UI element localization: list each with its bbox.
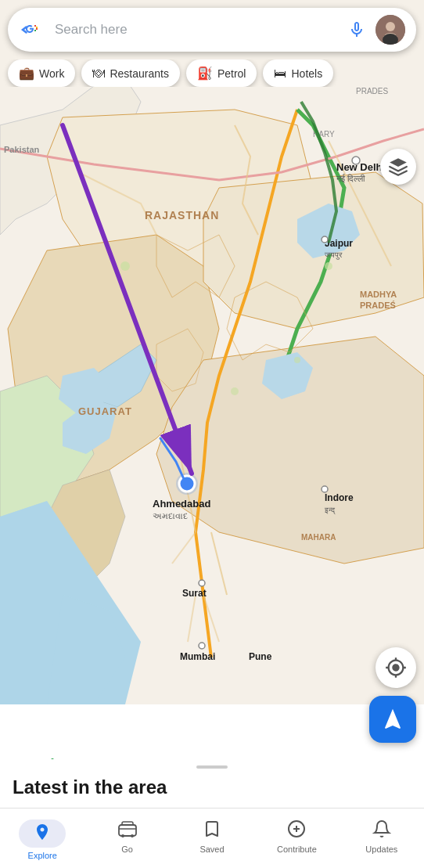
- svg-rect-43: [119, 825, 136, 836]
- restaurants-icon: 🍽: [92, 67, 105, 81]
- chip-restaurants-label: Restaurants: [110, 67, 168, 80]
- svg-text:Ahmedabad: Ahmedabad: [153, 498, 210, 510]
- svg-text:Pakistan: Pakistan: [4, 145, 40, 154]
- nav-contribute[interactable]: Contribute: [254, 815, 339, 865]
- svg-text:New Delhi: New Delhi: [336, 161, 385, 173]
- svg-point-44: [121, 834, 124, 837]
- chip-hotels-label: Hotels: [291, 67, 322, 80]
- hotels-icon: 🛏: [274, 67, 286, 81]
- nav-explore-label: Explore: [28, 851, 57, 860]
- layer-button[interactable]: [380, 149, 416, 185]
- chip-petrol-label: Petrol: [217, 67, 246, 80]
- contribute-icon: [287, 819, 306, 841]
- svg-text:जयपुर: जयपुर: [324, 250, 343, 260]
- location-button[interactable]: [375, 647, 416, 688]
- svg-text:Indore: Indore: [325, 492, 354, 503]
- chip-restaurants[interactable]: 🍽 Restaurants: [81, 59, 179, 87]
- svg-point-9: [231, 387, 239, 395]
- map-container[interactable]: New Delhi नई दिल्ली Jaipur जयपुर Ahmedab…: [0, 0, 424, 704]
- svg-text:इन्द्: इन्द्: [324, 506, 336, 515]
- svg-text:GUJARAT: GUJARAT: [78, 405, 132, 417]
- svg-point-8: [294, 357, 300, 363]
- svg-point-45: [131, 834, 134, 837]
- svg-text:Mumbai: Mumbai: [180, 651, 215, 662]
- explore-icon: [19, 819, 66, 848]
- sheet-handle[interactable]: [196, 765, 228, 769]
- mic-icon[interactable]: [346, 19, 368, 41]
- svg-text:અમદાવાદ: અમદાવાદ: [153, 511, 188, 520]
- svg-text:PRADES: PRADES: [356, 87, 388, 95]
- chip-work-label: Work: [39, 67, 64, 80]
- google-logo-icon: [19, 16, 47, 44]
- filter-chips: 💼 Work 🍽 Restaurants ⛽ Petrol 🛏 Hotels: [0, 59, 424, 87]
- work-icon: 💼: [19, 66, 34, 81]
- svg-text:MADHYA: MADHYA: [360, 290, 397, 299]
- svg-point-34: [322, 236, 328, 243]
- bottom-nav: Explore Go Saved: [0, 808, 424, 868]
- svg-text:नई दिल्ली: नई दिल्ली: [336, 174, 365, 183]
- nav-saved[interactable]: Saved: [170, 815, 254, 865]
- go-icon: [118, 819, 137, 841]
- svg-text:RAJASTHAN: RAJASTHAN: [145, 209, 219, 222]
- svg-point-7: [325, 262, 332, 270]
- bottom-sheet: Latest in the area Explore: [0, 759, 424, 868]
- nav-explore[interactable]: Explore: [0, 815, 84, 865]
- search-bar[interactable]: Search here: [8, 8, 416, 52]
- saved-icon: [203, 819, 221, 841]
- search-input[interactable]: Search here: [55, 22, 338, 38]
- navigate-button[interactable]: [369, 696, 416, 743]
- svg-text:Surat: Surat: [182, 588, 207, 599]
- svg-text:MAHARA: MAHARA: [301, 533, 336, 542]
- chip-hotels[interactable]: 🛏 Hotels: [263, 59, 333, 87]
- svg-point-32: [199, 643, 205, 649]
- svg-point-33: [352, 157, 360, 164]
- nav-contribute-label: Contribute: [277, 845, 317, 854]
- svg-point-35: [322, 486, 328, 492]
- svg-text:Pune: Pune: [249, 651, 272, 662]
- updates-icon: [372, 819, 391, 841]
- chip-work[interactable]: 💼 Work: [8, 59, 75, 87]
- svg-text:PRADEŚ: PRADEŚ: [360, 301, 396, 310]
- svg-point-39: [386, 22, 395, 31]
- avatar[interactable]: [375, 15, 405, 45]
- petrol-icon: ⛽: [197, 66, 213, 81]
- nav-go[interactable]: Go: [84, 815, 169, 865]
- latest-title: Latest in the area: [0, 776, 424, 808]
- nav-go-label: Go: [121, 845, 133, 854]
- svg-point-31: [199, 580, 205, 586]
- svg-point-30: [179, 476, 195, 492]
- svg-point-6: [120, 261, 130, 271]
- nav-updates[interactable]: Updates: [340, 815, 424, 865]
- nav-saved-label: Saved: [199, 845, 224, 854]
- nav-updates-label: Updates: [365, 845, 397, 854]
- chip-petrol[interactable]: ⛽ Petrol: [186, 59, 257, 87]
